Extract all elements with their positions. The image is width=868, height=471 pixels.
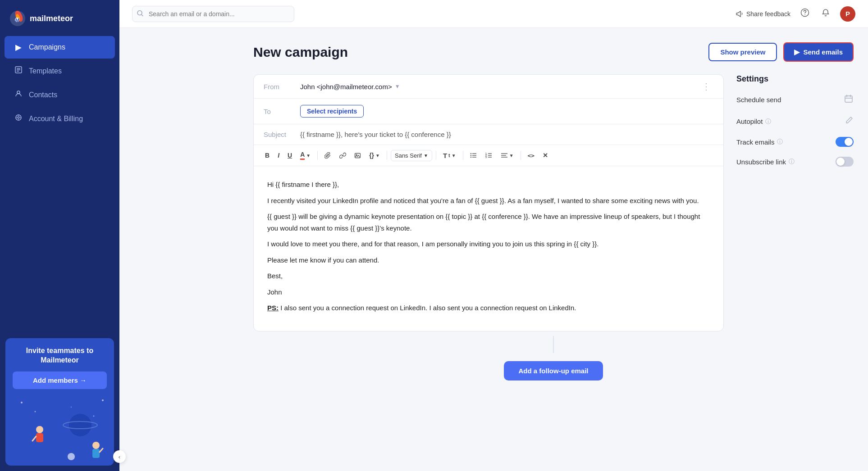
link-button[interactable] — [336, 150, 349, 161]
from-field: From John <john@mailmeteor.com> ▼ ⋮ — [254, 75, 723, 99]
toolbar-separator-2 — [387, 151, 387, 160]
font-size-caret-icon: ▼ — [452, 153, 456, 158]
add-follow-up-button[interactable]: Add a follow-up email — [504, 361, 603, 380]
italic-icon: I — [278, 152, 279, 159]
attach-icon — [324, 152, 331, 159]
sidebar-item-campaigns[interactable]: ▶ Campaigns — [5, 36, 115, 59]
autopilot-label: Autopilot ⓘ — [736, 118, 771, 126]
logo-icon: M — [9, 10, 26, 27]
svg-text:3.: 3. — [485, 156, 488, 159]
add-members-button[interactable]: Add members → — [13, 371, 107, 389]
body-line-7: John — [267, 286, 710, 298]
bold-button[interactable]: B — [262, 149, 273, 161]
align-button[interactable]: ▼ — [498, 150, 517, 161]
svg-point-21 — [69, 414, 91, 436]
unsubscribe-link-toggle[interactable] — [836, 157, 854, 167]
editor-body[interactable]: Hi {{ firstname I there }}, I recently v… — [254, 166, 723, 331]
send-emails-label: Send emails — [803, 48, 843, 56]
sidebar-item-contacts-label: Contacts — [29, 91, 57, 99]
font-color-button[interactable]: A ▼ — [297, 149, 314, 162]
contacts-icon — [14, 90, 23, 100]
share-feedback-button[interactable]: Share feedback — [736, 10, 790, 18]
svg-rect-24 — [36, 433, 43, 442]
body-line-2: I recently visited your LinkedIn profile… — [267, 195, 710, 207]
more-options-button[interactable]: ⋮ — [699, 81, 713, 92]
sidebar-item-account-billing[interactable]: Account & Billing — [5, 107, 115, 130]
from-label: From — [264, 83, 293, 91]
numbered-list-button[interactable]: 1.2.3. — [482, 150, 496, 161]
send-icon: ▶ — [794, 48, 799, 56]
track-emails-toggle[interactable] — [836, 137, 854, 147]
code-button[interactable]: <> — [525, 150, 538, 161]
svg-line-31 — [142, 14, 143, 16]
show-preview-button[interactable]: Show preview — [708, 43, 777, 61]
from-value: John <john@mailmeteor.com> — [300, 83, 392, 91]
campaigns-icon: ▶ — [14, 42, 23, 52]
app-name: mailmeteor — [30, 14, 73, 23]
select-recipients-button[interactable]: Select recipients — [300, 105, 364, 118]
sidebar-item-contacts[interactable]: Contacts — [5, 83, 115, 106]
settings-title: Settings — [736, 74, 854, 84]
autopilot-edit-icon[interactable] — [845, 116, 854, 127]
search-icon — [137, 10, 143, 18]
font-size-button[interactable]: Tt ▼ — [440, 149, 459, 162]
send-emails-button[interactable]: ▶ Send emails — [783, 42, 854, 62]
underline-button[interactable]: U — [284, 149, 295, 161]
font-family-selector[interactable]: Sans Serif ▼ — [391, 150, 432, 161]
variable-button[interactable]: {} ▼ — [366, 149, 383, 161]
account-billing-icon — [14, 113, 23, 124]
schedule-send-label: Schedule send — [736, 96, 781, 104]
svg-text:M: M — [15, 18, 19, 23]
search-input[interactable] — [132, 6, 294, 22]
toolbar-separator-5 — [521, 151, 521, 160]
unsubscribe-link-info-icon[interactable]: ⓘ — [789, 158, 795, 166]
autopilot-info-icon[interactable]: ⓘ — [765, 118, 771, 126]
font-size-icon: T — [443, 152, 447, 159]
svg-point-23 — [36, 426, 43, 433]
attach-button[interactable] — [321, 150, 334, 161]
svg-point-20 — [71, 407, 72, 408]
underline-icon: U — [288, 152, 292, 159]
svg-point-17 — [35, 411, 36, 412]
bullet-list-button[interactable] — [467, 150, 480, 161]
page-header: New campaign Show preview ▶ Send emails — [253, 42, 854, 62]
svg-line-28 — [100, 448, 103, 452]
body-line-5: Please let me know if you can attend. — [267, 254, 710, 266]
variable-caret-icon: ▼ — [375, 153, 380, 158]
user-avatar[interactable]: P — [840, 6, 855, 22]
notifications-button[interactable] — [819, 6, 832, 21]
font-size-sub: t — [448, 153, 450, 158]
unsubscribe-link-label: Unsubscribe link ⓘ — [736, 158, 795, 166]
follow-up-area: Add a follow-up email — [253, 361, 854, 380]
svg-point-11 — [18, 117, 19, 118]
image-button[interactable] — [351, 150, 364, 161]
clear-format-button[interactable]: ✕ — [539, 149, 551, 161]
body-ps-line: PS: I also sent you a connection request… — [267, 302, 710, 314]
font-color-caret-icon: ▼ — [306, 153, 311, 158]
font-color-icon: A — [300, 151, 305, 160]
svg-point-19 — [93, 416, 95, 417]
svg-rect-51 — [845, 96, 852, 102]
sidebar-item-templates[interactable]: Templates — [5, 59, 115, 82]
link-icon — [339, 152, 346, 159]
variable-icon: {} — [369, 152, 374, 159]
from-dropdown[interactable]: John <john@mailmeteor.com> ▼ — [300, 83, 692, 91]
sidebar-collapse-button[interactable]: ‹ — [113, 450, 126, 463]
font-family-caret-icon: ▼ — [424, 153, 428, 158]
unsubscribe-link-row: Unsubscribe link ⓘ — [736, 157, 854, 167]
svg-point-35 — [356, 154, 357, 155]
schedule-send-icon[interactable] — [844, 94, 854, 106]
italic-button[interactable]: I — [274, 149, 283, 161]
share-feedback-label: Share feedback — [746, 10, 790, 18]
svg-rect-27 — [92, 449, 100, 458]
track-emails-toggle-knob — [845, 138, 853, 146]
svg-point-36 — [470, 153, 471, 154]
svg-point-40 — [470, 157, 471, 158]
svg-line-25 — [32, 436, 36, 441]
help-button[interactable] — [799, 6, 811, 21]
body-line-3: {{ guest }} will be giving a dynamic key… — [267, 211, 710, 234]
track-emails-info-icon[interactable]: ⓘ — [777, 138, 783, 146]
subject-value[interactable]: {{ firstname }}, here's your ticket to {… — [300, 131, 713, 138]
toolbar-separator-1 — [317, 151, 318, 160]
font-family-label: Sans Serif — [395, 152, 422, 159]
